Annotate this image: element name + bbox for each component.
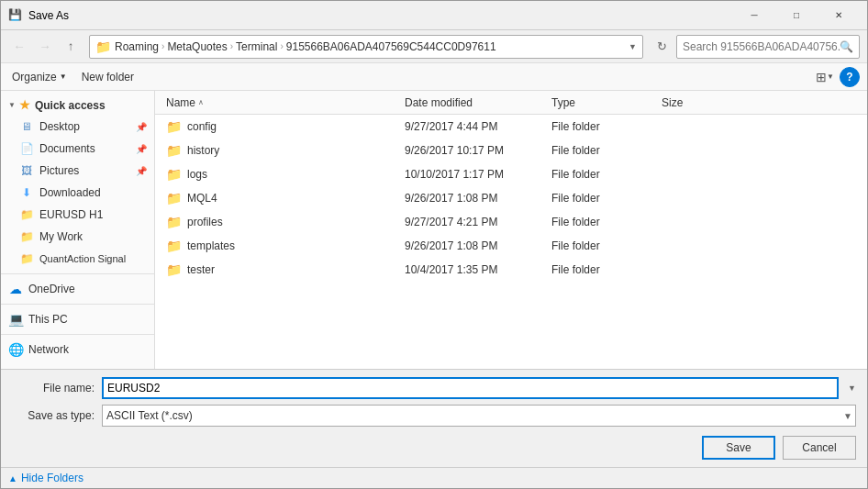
sidebar-item-thispc[interactable]: 💻 This PC xyxy=(1,308,154,330)
folder-icon-eurusd: 📁 xyxy=(19,207,34,222)
breadcrumb-item-terminal[interactable]: Terminal xyxy=(236,40,277,53)
breadcrumb-item-metaquotes[interactable]: MetaQuotes xyxy=(167,40,227,53)
maximize-button[interactable]: □ xyxy=(775,1,818,30)
file-type-profiles: File folder xyxy=(548,216,658,228)
file-date-history: 9/26/2017 10:17 PM xyxy=(401,144,548,157)
save-button[interactable]: Save xyxy=(702,436,775,460)
savetype-row: Save as type: ASCII Text (*.csv) CSV (*.… xyxy=(12,405,856,427)
title-bar: 💾 Save As ─ □ ✕ xyxy=(1,1,867,30)
file-date-templates: 9/26/2017 1:08 PM xyxy=(401,239,548,252)
sidebar-item-network[interactable]: 🌐 Network xyxy=(1,339,154,361)
file-name-logs: 📁 logs xyxy=(162,167,401,182)
chevron-up-icon: ▲ xyxy=(8,473,17,483)
sidebar-item-pictures[interactable]: 🖼 Pictures 📌 xyxy=(1,160,154,182)
sidebar-item-desktop[interactable]: 🖥 Desktop 📌 xyxy=(1,116,154,138)
up-button[interactable]: ↑ xyxy=(60,36,82,58)
file-type-config: File folder xyxy=(548,120,658,133)
file-date-tester: 10/4/2017 1:35 PM xyxy=(401,263,548,276)
sort-arrow-icon: ∧ xyxy=(198,98,204,106)
sidebar-item-downloaded[interactable]: ⬇ Downloaded xyxy=(1,182,154,204)
breadcrumb-separator-2: › xyxy=(230,41,233,51)
filename-dropdown-icon[interactable]: ▼ xyxy=(848,383,856,393)
refresh-button[interactable]: ↻ xyxy=(651,36,673,58)
nav-toolbar: ← → ↑ 📁 Roaming › MetaQuotes › Terminal … xyxy=(1,30,867,63)
search-input[interactable] xyxy=(683,40,840,53)
filename-input[interactable] xyxy=(102,377,839,399)
sidebar-separator-2 xyxy=(1,304,154,305)
thispc-icon: 💻 xyxy=(8,312,23,327)
col-header-size[interactable]: Size xyxy=(658,96,731,109)
organize-chevron-icon: ▼ xyxy=(60,72,67,81)
col-header-name[interactable]: Name ∧ xyxy=(162,96,401,109)
breadcrumb-folder-icon: 📁 xyxy=(95,39,111,54)
new-folder-button[interactable]: New folder xyxy=(78,69,138,85)
col-header-type[interactable]: Type xyxy=(548,96,658,109)
dialog-title: Save As xyxy=(28,9,733,22)
sidebar-item-onedrive[interactable]: ☁ OneDrive xyxy=(1,278,154,300)
breadcrumb-separator-1: › xyxy=(161,41,164,51)
search-box: 🔍 xyxy=(676,35,860,59)
desktop-icon: 🖥 xyxy=(19,119,34,134)
sidebar-item-quantaction[interactable]: 📁 QuantAction Signal xyxy=(1,248,154,270)
folder-icon-mywork: 📁 xyxy=(19,229,34,244)
quick-access-star-icon: ★ xyxy=(19,98,30,112)
organize-button[interactable]: Organize ▼ xyxy=(8,69,71,85)
buttons-row: Save Cancel xyxy=(12,432,856,460)
file-row-mql4[interactable]: 📁 MQL4 9/26/2017 1:08 PM File folder xyxy=(155,186,867,210)
pin-icon-2: 📌 xyxy=(136,144,147,154)
file-name-mql4: 📁 MQL4 xyxy=(162,191,401,206)
close-button[interactable]: ✕ xyxy=(818,1,860,30)
file-name-profiles: 📁 profiles xyxy=(162,215,401,229)
folder-icon-history: 📁 xyxy=(166,143,182,158)
filename-row: File name: ▼ xyxy=(12,377,856,399)
file-date-mql4: 9/26/2017 1:08 PM xyxy=(401,192,548,205)
pictures-icon: 🖼 xyxy=(19,163,34,178)
sidebar-separator-1 xyxy=(1,273,154,274)
sidebar-item-documents[interactable]: 📄 Documents 📌 xyxy=(1,138,154,160)
savetype-label: Save as type: xyxy=(12,409,95,422)
pin-icon-3: 📌 xyxy=(136,166,147,176)
file-type-tester: File folder xyxy=(548,263,658,276)
folder-icon-quantaction: 📁 xyxy=(19,251,34,266)
minimize-button[interactable]: ─ xyxy=(733,1,775,30)
breadcrumb-dropdown-icon[interactable]: ▼ xyxy=(629,42,637,51)
file-type-logs: File folder xyxy=(548,168,658,181)
col-header-date[interactable]: Date modified xyxy=(401,96,548,109)
help-button[interactable]: ? xyxy=(840,67,860,87)
file-list: 📁 config 9/27/2017 4:44 PM File folder 📁… xyxy=(155,115,867,369)
bottom-bar: File name: ▼ Save as type: ASCII Text (*… xyxy=(1,369,867,467)
file-row-logs[interactable]: 📁 logs 10/10/2017 1:17 PM File folder xyxy=(155,162,867,186)
title-bar-buttons: ─ □ ✕ xyxy=(733,1,860,30)
quick-access-header[interactable]: ▼ ★ Quick access xyxy=(1,94,154,116)
file-row-history[interactable]: 📁 history 9/26/2017 10:17 PM File folder xyxy=(155,139,867,162)
cancel-button[interactable]: Cancel xyxy=(783,436,856,460)
file-type-history: File folder xyxy=(548,144,658,157)
back-button[interactable]: ← xyxy=(8,36,30,58)
file-list-header: Name ∧ Date modified Type Size xyxy=(155,91,867,115)
file-name-templates: 📁 templates xyxy=(162,239,401,253)
breadcrumb-item-roaming[interactable]: Roaming xyxy=(115,40,159,53)
sidebar-item-eurusd[interactable]: 📁 EURUSD H1 xyxy=(1,204,154,226)
file-row-profiles[interactable]: 📁 profiles 9/27/2017 4:21 PM File folder xyxy=(155,210,867,234)
file-type-mql4: File folder xyxy=(548,192,658,205)
view-grid-icon: ⊞ xyxy=(816,70,827,84)
filename-label: File name: xyxy=(12,382,95,395)
view-options-button[interactable]: ⊞ ▼ xyxy=(814,66,836,88)
breadcrumb-item-guid[interactable]: 915566BA06ADA407569C544CC0D97611 xyxy=(286,40,496,53)
file-row-templates[interactable]: 📁 templates 9/26/2017 1:08 PM File folde… xyxy=(155,234,867,258)
download-icon: ⬇ xyxy=(19,185,34,200)
folder-icon-profiles: 📁 xyxy=(166,215,182,229)
forward-button[interactable]: → xyxy=(34,36,56,58)
search-icon: 🔍 xyxy=(840,40,853,53)
folder-icon-config: 📁 xyxy=(166,119,182,134)
file-row-config[interactable]: 📁 config 9/27/2017 4:44 PM File folder xyxy=(155,115,867,139)
network-icon: 🌐 xyxy=(8,342,23,357)
file-date-logs: 10/10/2017 1:17 PM xyxy=(401,168,548,181)
folder-icon-mql4: 📁 xyxy=(166,191,182,206)
folder-icon-tester: 📁 xyxy=(166,262,182,277)
sidebar-item-mywork[interactable]: 📁 My Work xyxy=(1,226,154,248)
file-row-tester[interactable]: 📁 tester 10/4/2017 1:35 PM File folder xyxy=(155,258,867,282)
sidebar: ▼ ★ Quick access 🖥 Desktop 📌 📄 Documents… xyxy=(1,91,155,369)
hide-folders-bar[interactable]: ▲ Hide Folders xyxy=(1,467,867,488)
savetype-select[interactable]: ASCII Text (*.csv) CSV (*.csv) Text (*.t… xyxy=(102,405,856,427)
